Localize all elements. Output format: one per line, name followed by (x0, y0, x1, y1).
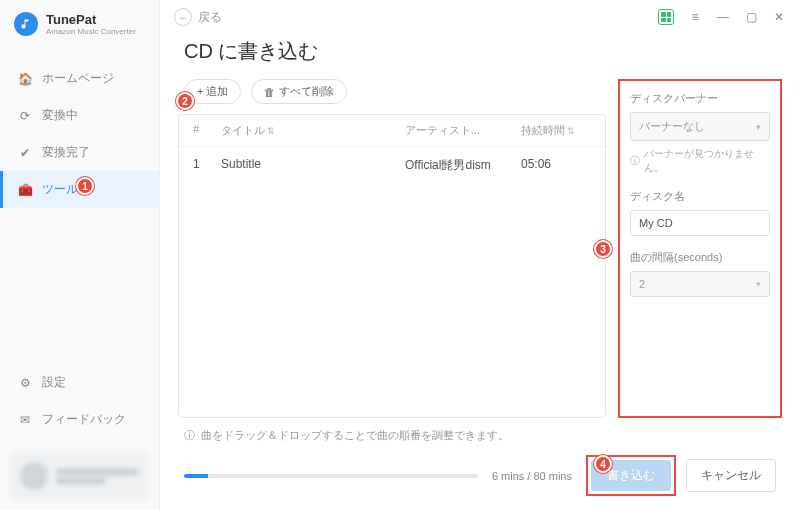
app-subtitle: Amazon Music Converter (46, 27, 136, 36)
feedback-icon: ✉ (18, 413, 32, 427)
disc-name-value: My CD (639, 217, 673, 229)
clear-all-label: すべて削除 (279, 84, 334, 99)
nav: 🏠 ホームページ ⟳ 変換中 ✔ 変換完了 🧰 ツール (0, 60, 159, 364)
disc-name-input[interactable]: My CD (630, 210, 770, 236)
annotation-marker-3: 3 (594, 240, 612, 258)
converting-icon: ⟳ (18, 109, 32, 123)
minimize-icon[interactable]: — (716, 10, 730, 24)
info-icon: ⓘ (630, 154, 640, 168)
annotation-marker-2: 2 (176, 92, 194, 110)
col-title[interactable]: タイトル⇅ (221, 123, 399, 138)
burn-settings-panel: ディスクバーナー バーナーなし ▾ ⓘ バーナーが見つかりません。 ディスク名 … (618, 79, 782, 418)
sidebar-item-label: 変換完了 (42, 144, 90, 161)
table-row[interactable]: 1 Subtitle Official髭男dism 05:06 (179, 147, 605, 184)
disc-name-label: ディスク名 (630, 189, 770, 204)
back-icon: ← (174, 8, 192, 26)
annotation-marker-1: 1 (76, 177, 94, 195)
maximize-icon[interactable]: ▢ (744, 10, 758, 24)
back-button[interactable]: ← 戻る (174, 8, 222, 26)
done-icon: ✔ (18, 146, 32, 160)
chevron-down-icon: ▾ (756, 279, 761, 289)
hint-text: 曲をドラッグ＆ドロップすることで曲の順番を調整できます。 (201, 428, 509, 443)
progress-fill (184, 474, 208, 478)
tracks-column: + 追加 🗑 すべて削除 # タイトル⇅ アーティスト... 持続時間⇅ 1 (178, 79, 606, 418)
user-card[interactable] (10, 452, 149, 500)
tools-icon: 🧰 (18, 183, 32, 197)
menu-icon[interactable]: ≡ (688, 10, 702, 24)
sidebar-item-label: ツール (42, 181, 78, 198)
col-artist[interactable]: アーティスト... (405, 123, 515, 138)
sidebar: TunePat Amazon Music Converter 🏠 ホームページ … (0, 0, 160, 510)
row-title: Subtitle (221, 157, 399, 174)
app-name: TunePat (46, 12, 136, 27)
sidebar-item-settings[interactable]: ⚙ 設定 (0, 364, 159, 401)
window-controls: ≡ — ▢ ✕ (658, 9, 786, 25)
sidebar-item-label: フィードバック (42, 411, 126, 428)
topbar: ← 戻る ≡ — ▢ ✕ (160, 0, 800, 30)
burner-value: バーナーなし (639, 119, 705, 134)
sidebar-item-label: 設定 (42, 374, 66, 391)
table-header: # タイトル⇅ アーティスト... 持続時間⇅ (179, 115, 605, 147)
sort-icon: ⇅ (267, 126, 275, 136)
info-icon: ⓘ (184, 428, 195, 443)
burner-select[interactable]: バーナーなし ▾ (630, 112, 770, 141)
col-duration[interactable]: 持続時間⇅ (521, 123, 591, 138)
sidebar-item-label: ホームページ (42, 70, 114, 87)
burner-warning: ⓘ バーナーが見つかりません。 (630, 147, 770, 175)
main: ← 戻る ≡ — ▢ ✕ CD に書き込む + 追加 🗑 すべて削除 (160, 0, 800, 510)
sidebar-item-home[interactable]: 🏠 ホームページ (0, 60, 159, 97)
burner-label: ディスクバーナー (630, 91, 770, 106)
back-label: 戻る (198, 9, 222, 26)
apps-icon[interactable] (658, 9, 674, 25)
chevron-down-icon: ▾ (756, 122, 761, 132)
trash-icon: 🗑 (264, 86, 275, 98)
sort-icon: ⇅ (567, 126, 575, 136)
row-artist: Official髭男dism (405, 157, 515, 174)
col-num: # (193, 123, 215, 138)
sidebar-item-done[interactable]: ✔ 変換完了 (0, 134, 159, 171)
avatar (20, 462, 48, 490)
hint: ⓘ 曲をドラッグ＆ドロップすることで曲の順番を調整できます。 (160, 418, 800, 447)
sidebar-item-label: 変換中 (42, 107, 78, 124)
bottom-bar: 6 mins / 80 mins 書き込む キャンセル (160, 447, 800, 510)
gap-label: 曲の間隔(seconds) (630, 250, 770, 265)
annotation-marker-4: 4 (594, 455, 612, 473)
user-info (56, 466, 139, 487)
time-usage: 6 mins / 80 mins (492, 470, 572, 482)
home-icon: 🏠 (18, 72, 32, 86)
settings-icon: ⚙ (18, 376, 32, 390)
page-title: CD に書き込む (160, 30, 800, 79)
cancel-button[interactable]: キャンセル (686, 459, 776, 492)
row-duration: 05:06 (521, 157, 591, 174)
sidebar-item-converting[interactable]: ⟳ 変換中 (0, 97, 159, 134)
row-num: 1 (193, 157, 215, 174)
app-logo: TunePat Amazon Music Converter (0, 0, 159, 48)
clear-all-button[interactable]: 🗑 すべて削除 (251, 79, 347, 104)
logo-icon (14, 12, 38, 36)
capacity-progress (184, 474, 478, 478)
sidebar-item-feedback[interactable]: ✉ フィードバック (0, 401, 159, 438)
gap-select[interactable]: 2 ▾ (630, 271, 770, 297)
tracks-table: # タイトル⇅ アーティスト... 持続時間⇅ 1 Subtitle Offic… (178, 114, 606, 418)
gap-value: 2 (639, 278, 645, 290)
close-icon[interactable]: ✕ (772, 10, 786, 24)
